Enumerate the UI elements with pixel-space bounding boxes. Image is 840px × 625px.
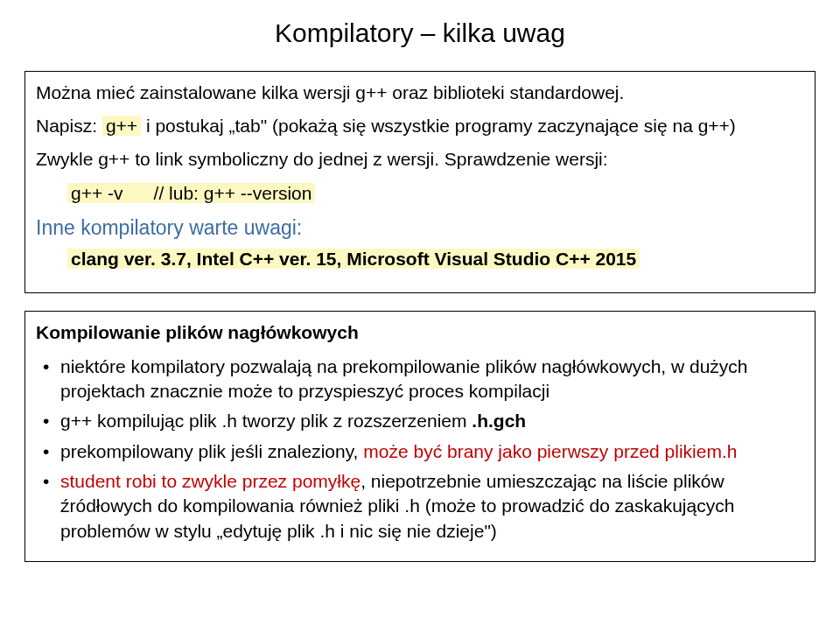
- heading-header-compile: Kompilowanie plików nagłówkowych: [36, 320, 804, 345]
- section-header-files: Kompilowanie plików nagłówkowych niektór…: [24, 311, 816, 562]
- code-other-compilers: clang ver. 3.7, Intel C++ ver. 15, Micro…: [67, 249, 640, 269]
- list-item: g++ kompilując plik .h tworzy plik z roz…: [36, 409, 804, 433]
- text-red-mistake: student robi to zwykle przez pomyłkę: [60, 471, 360, 491]
- text-line-1: Można mieć zainstalowane kilka wersji g+…: [36, 81, 804, 105]
- list-item: prekompilowany plik jeśli znaleziony, mo…: [36, 439, 804, 464]
- text-part: prekompilowany plik jeśli znaleziony,: [60, 441, 363, 461]
- text-line-3: Zwykle g++ to link symboliczny do jednej…: [36, 147, 804, 172]
- text-prefix: Napisz:: [36, 116, 97, 136]
- subheading-other-compilers: Inne kompilatory warte uwagi:: [36, 214, 804, 242]
- code-version: g++ -v // lub: g++ --version: [67, 181, 804, 206]
- list-item: niektóre kompilatory pozwalają na prekom…: [36, 355, 804, 404]
- code-gpp-version: g++ -v // lub: g++ --version: [67, 183, 315, 203]
- code-gpp: g++: [102, 116, 141, 136]
- list-item: student robi to zwykle przez pomyłkę, ni…: [36, 469, 804, 544]
- text-red-warning: może być brany jako pierwszy przed pliki…: [363, 441, 737, 461]
- section-compilers: Można mieć zainstalowane kilka wersji g+…: [24, 71, 816, 294]
- compiler-versions: clang ver. 3.7, Intel C++ ver. 15, Micro…: [67, 247, 804, 271]
- text-suffix: i postukaj „tab" (pokażą się wszystkie p…: [141, 116, 736, 136]
- bullet-list: niektóre kompilatory pozwalają na prekom…: [36, 355, 804, 544]
- page-title: Kompilatory – kilka uwag: [24, 16, 816, 52]
- text-part: g++ kompilując plik .h tworzy plik z roz…: [60, 411, 472, 431]
- text-bold-gch: .h.gch: [472, 411, 526, 431]
- text-line-2: Napisz: g++ i postukaj „tab" (pokażą się…: [36, 114, 804, 138]
